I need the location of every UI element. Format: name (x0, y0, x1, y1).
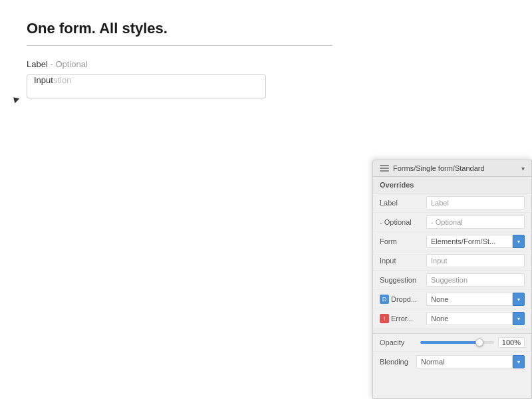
override-error-control: None ▾ (426, 312, 525, 325)
form-title: One form. All styles. (27, 20, 332, 46)
opacity-row: Opacity 100% (373, 334, 531, 352)
override-value-error[interactable]: None (426, 312, 513, 325)
override-form-control: Elements/Form/St... ▾ (426, 235, 525, 248)
override-dropdown-control: None ▾ (426, 293, 525, 306)
overrides-header: Overrides (373, 177, 531, 194)
override-row-label: Label Label (373, 194, 531, 213)
blending-value-text[interactable]: Normal (416, 355, 513, 368)
dropdown-dropdown-btn[interactable]: ▾ (513, 293, 525, 306)
override-label-suggestion: Suggestion (380, 276, 426, 284)
inspector-panel: Forms/Single form/Standard ▾ Overrides L… (372, 160, 532, 399)
main-canvas: One form. All styles. Label - Optional I… (0, 0, 532, 399)
override-row-dropdown: D Dropd... None ▾ (373, 290, 531, 309)
blending-dropdown-btn[interactable]: ▾ (513, 355, 525, 368)
error-dropdown-btn[interactable]: ▾ (513, 312, 525, 325)
opacity-slider-container (420, 341, 494, 344)
override-row-suggestion: Suggestion Suggestion (373, 271, 531, 290)
override-label-form: Form (380, 237, 426, 245)
opacity-value[interactable]: 100% (498, 337, 525, 348)
override-row-form: Form Elements/Form/St... ▾ (373, 232, 531, 251)
form-input[interactable]: Inputstion (27, 74, 266, 98)
override-value-dropdown[interactable]: None (426, 293, 513, 306)
form-area: One form. All styles. Label - Optional I… (0, 0, 532, 118)
input-placeholder-text: stion (53, 75, 71, 85)
override-value-input[interactable]: Input (426, 254, 525, 267)
panel-header-left: Forms/Single form/Standard (380, 164, 485, 172)
blending-row: Blending Normal ▾ (373, 352, 531, 372)
panel-title: Forms/Single form/Standard (393, 164, 485, 172)
blending-select: Normal ▾ (416, 355, 525, 368)
override-label-optional: - Optional (380, 218, 426, 226)
blending-label: Blending (380, 358, 416, 366)
override-value-label[interactable]: Label (426, 196, 525, 209)
error-icon-badge: ! (380, 314, 389, 323)
override-value-form[interactable]: Elements/Form/St... (426, 235, 513, 248)
override-row-optional: - Optional - Optional (373, 213, 531, 232)
override-label-dropdown: D Dropd... (380, 295, 426, 304)
optional-text: - Optional (50, 59, 87, 69)
label-text: Label (27, 59, 48, 69)
opacity-slider-thumb[interactable] (475, 338, 483, 346)
override-label-input: Input (380, 257, 426, 265)
panel-chevron-icon[interactable]: ▾ (521, 165, 525, 172)
input-value-text: Input (34, 75, 53, 85)
override-label-label: Label (380, 199, 426, 207)
panel-divider (373, 329, 531, 334)
dropdown-icon-badge: D (380, 295, 389, 304)
override-value-suggestion[interactable]: Suggestion (426, 273, 525, 287)
override-value-optional[interactable]: - Optional (426, 215, 525, 229)
opacity-label: Opacity (380, 338, 416, 346)
override-label-error: ! Error... (380, 314, 426, 323)
panel-menu-icon (380, 165, 389, 172)
field-label: Label - Optional (27, 59, 505, 69)
form-dropdown-btn[interactable]: ▾ (513, 235, 525, 248)
panel-header: Forms/Single form/Standard ▾ (373, 160, 531, 177)
override-row-error: ! Error... None ▾ (373, 309, 531, 329)
opacity-slider-track[interactable] (420, 341, 494, 344)
override-row-input: Input Input (373, 251, 531, 271)
